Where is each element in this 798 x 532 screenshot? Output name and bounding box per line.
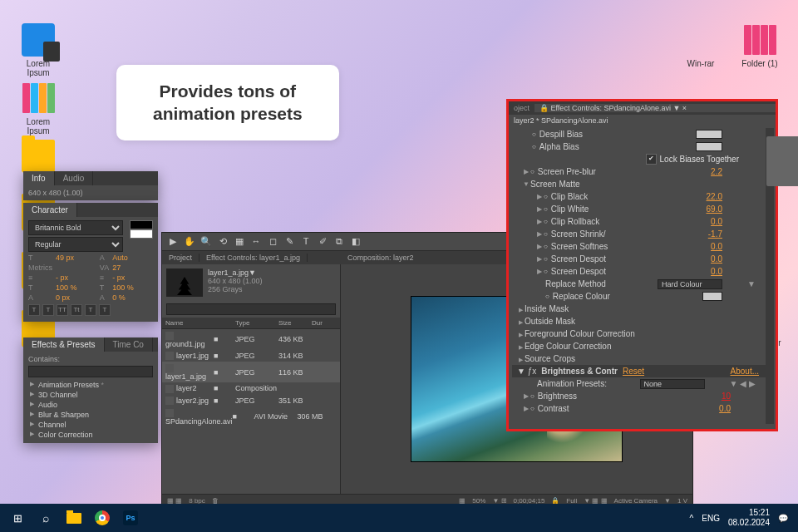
brush-tool-icon[interactable]: ✐ (317, 236, 328, 248)
taskbar-explorer[interactable] (60, 505, 88, 530)
col-dur[interactable]: Dur (312, 319, 337, 327)
subheader-project[interactable]: Project (162, 254, 200, 262)
section-fg-cc[interactable]: Foreground Colour Correction (512, 328, 772, 340)
desktop-icon-winrar[interactable]: Win-rar (679, 23, 722, 68)
tree-3d-channel[interactable]: 3D Channel (28, 390, 153, 400)
replace-colour-swatch[interactable] (702, 292, 722, 301)
clone-tool-icon[interactable]: ⧉ (333, 236, 345, 248)
caps-icon[interactable]: TT (57, 304, 68, 316)
desktop-icon-pc[interactable]: Lorem Ipsum (17, 23, 60, 77)
font-size[interactable]: 49 px (56, 254, 96, 262)
alpha-swatch[interactable] (696, 142, 722, 151)
brightness-value[interactable]: 10 (722, 392, 731, 401)
section-outside-mask[interactable]: Outside Mask (512, 315, 772, 328)
search-button[interactable]: ⌕ (32, 505, 60, 530)
leading-value[interactable]: Auto (112, 254, 153, 262)
rotate-tool-icon[interactable]: ⟲ (217, 236, 229, 248)
hscale-value[interactable]: 100 % (56, 283, 96, 292)
shrink-value[interactable]: -1.7 (708, 229, 722, 239)
start-button[interactable]: ⊞ (3, 505, 32, 530)
clock[interactable]: 15:21 08.02.2024 (728, 508, 770, 528)
animation-presets-select[interactable]: None (640, 379, 705, 389)
prop-clip-rollback[interactable]: Clip Rollback (551, 217, 599, 226)
clip-white-value[interactable]: 69.0 (707, 204, 722, 214)
erase-tool-icon[interactable]: ◧ (350, 236, 362, 248)
about-link[interactable]: About... (731, 367, 759, 376)
selection-tool-icon[interactable]: ▶ (167, 236, 179, 248)
vscale-value[interactable]: 100 % (112, 283, 153, 292)
prop-screen-softness[interactable]: Screen Softnes (551, 242, 608, 251)
font-family-select[interactable]: Britannic Bold (28, 220, 123, 235)
mask-tool-icon[interactable]: ◻ (267, 236, 278, 248)
hand-tool-icon[interactable]: ✋ (184, 236, 195, 248)
tree-channel[interactable]: Channel (28, 420, 153, 430)
pen-tool-icon[interactable]: ✎ (283, 236, 295, 248)
stroke-pos[interactable]: 0 % (112, 293, 153, 302)
tab-project-cut[interactable]: oject (509, 104, 534, 112)
section-screen-matte[interactable]: Screen Matte (530, 180, 579, 189)
section-edge-cc[interactable]: Edge Colour Correction (512, 340, 772, 352)
prop-clip-white[interactable]: Clip White (551, 204, 589, 214)
camera-tool-icon[interactable]: ▦ (234, 236, 245, 248)
tree-animation-presets[interactable]: Animation Presets (28, 380, 153, 390)
tracking-value[interactable]: 27 (112, 264, 153, 272)
col-name[interactable]: Name (165, 319, 214, 327)
sub-icon[interactable]: T (99, 304, 111, 316)
tab-effect-controls[interactable]: Effect Controls: SPdancingAlone.avi (551, 104, 671, 112)
italic-icon[interactable]: T (42, 304, 54, 316)
prop-replace-colour[interactable]: Replace Colour (553, 292, 610, 301)
replace-method-select[interactable]: Hard Colour (658, 279, 722, 289)
tab-info[interactable]: Info (23, 171, 55, 185)
tree-blur-sharpen[interactable]: Blur & Sharpen (28, 410, 153, 420)
despot2-value[interactable]: 0.0 (711, 267, 722, 276)
taskbar-chrome[interactable] (88, 505, 116, 530)
color-swatch[interactable] (130, 220, 153, 239)
prop-despill-bias[interactable]: Despill Bias (539, 130, 583, 139)
lock-biases-checkbox[interactable]: Lock Biases Together (646, 154, 739, 165)
tray-up-icon[interactable]: ^ (690, 514, 694, 523)
fx-toggle-icon[interactable]: ▼ ƒx (517, 367, 536, 376)
prop-preblur[interactable]: Screen Pre-blur (538, 167, 596, 176)
table-row[interactable]: layer1_a.jpg■JPEG116 KB (162, 362, 340, 382)
table-row[interactable]: SPdancingAlone.avi■AVI Movie306 MB (162, 406, 340, 427)
smallcaps-icon[interactable]: Tt (71, 304, 82, 316)
desktop-icon-binders[interactable]: Lorem Ipsum (17, 81, 60, 135)
section-inside-mask[interactable]: Inside Mask (512, 303, 772, 315)
table-row[interactable]: layer1.jpg■JPEG314 KB (162, 350, 340, 362)
rollback-value[interactable]: 0.0 (711, 217, 722, 226)
language-indicator[interactable]: ENG (702, 514, 720, 523)
col-type[interactable]: Type (235, 319, 278, 327)
notifications-icon[interactable]: 💬 (778, 514, 788, 523)
pan-tool-icon[interactable]: ↔ (250, 236, 262, 248)
prop-clip-black[interactable]: Clip Black (551, 192, 588, 201)
prop-contrast[interactable]: Contrast (538, 404, 569, 413)
tab-time-controls[interactable]: Time Co (105, 337, 153, 352)
clip-black-value[interactable]: 22.0 (707, 192, 722, 201)
preblur-value[interactable]: 2.2 (711, 167, 722, 176)
col-size[interactable]: Size (278, 319, 312, 327)
taskbar-photoshop[interactable]: Ps (116, 505, 145, 530)
reset-link[interactable]: Reset (623, 367, 644, 376)
desktop-icon-binders[interactable]: Folder (1) (738, 23, 781, 68)
table-row[interactable]: layer2.jpg■JPEG351 KB (162, 395, 340, 407)
kern-value[interactable]: - px (56, 273, 96, 282)
text-tool-icon[interactable]: T (300, 236, 312, 248)
subheader-effect-controls[interactable]: Effect Controls: layer1_a.jpg (200, 254, 308, 262)
super-icon[interactable]: T (85, 304, 96, 316)
prop-screen-despot[interactable]: Screen Despot (551, 254, 606, 264)
tab-effects-presets[interactable]: Effects & Presets (23, 337, 105, 352)
stroke-width[interactable]: 0 px (56, 293, 96, 302)
zoom-tool-icon[interactable]: 🔍 (200, 236, 212, 248)
softness-value[interactable]: 0.0 (711, 242, 722, 251)
tab-character[interactable]: Character (23, 203, 77, 217)
table-row[interactable]: layer2■Composition (162, 382, 340, 395)
tab-audio[interactable]: Audio (55, 171, 94, 185)
despill-swatch[interactable] (696, 130, 722, 139)
prop-screen-despot[interactable]: Screen Despot (551, 267, 606, 276)
bold-icon[interactable]: T (28, 304, 40, 316)
scrollbar[interactable] (766, 128, 774, 424)
baseline-value[interactable]: - px (112, 273, 153, 282)
prop-brightness[interactable]: Brightness (538, 392, 577, 401)
prop-screen-shrink[interactable]: Screen Shrink/ (551, 229, 606, 239)
table-row[interactable]: ground1.jpg■JPEG436 KB (162, 329, 340, 350)
